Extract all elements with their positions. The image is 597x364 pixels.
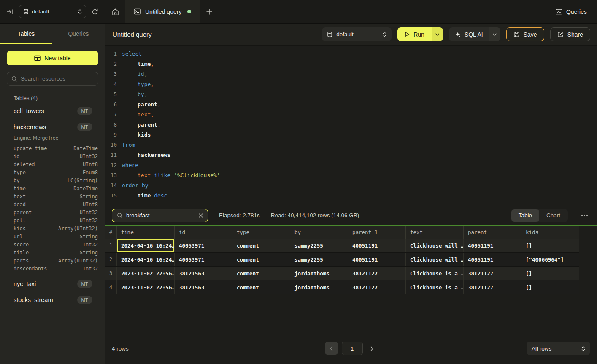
table-column-row[interactable]: timeDateTime (0, 184, 105, 192)
code-line[interactable]: 3id, (105, 69, 597, 79)
code-line[interactable]: 15time desc (105, 191, 597, 201)
share-button[interactable]: Share (550, 27, 590, 41)
new-tab-button[interactable] (200, 0, 219, 23)
table-column-row[interactable]: typeEnum8 (0, 168, 105, 176)
table-cell[interactable]: Clickhouse will … (406, 253, 464, 266)
table-column-row[interactable]: pollUInt32 (0, 216, 105, 224)
next-page-button[interactable] (367, 342, 378, 355)
table-cell[interactable]: 38121563 (175, 267, 232, 280)
toolbar-database-selector[interactable]: default (322, 27, 392, 41)
prev-page-button[interactable] (325, 342, 338, 355)
column-header[interactable]: text (406, 226, 464, 239)
sidebar-table-item[interactable]: nyc_taxiMT (0, 276, 105, 292)
code-line[interactable]: 12where (105, 160, 597, 170)
sidebar-table-item[interactable]: hackernewsMT (0, 119, 105, 135)
view-toggle-table[interactable]: Table (511, 209, 539, 222)
table-cell[interactable]: jordanthoms (290, 280, 348, 294)
table-cell[interactable]: 38121127 (464, 280, 521, 294)
code-line[interactable]: 5by, (105, 89, 597, 100)
table-cell[interactable]: ["40066964"] (521, 253, 579, 266)
table-cell[interactable]: sammy2255 (290, 253, 348, 266)
column-header[interactable]: # (105, 226, 117, 239)
table-column-row[interactable]: deadUInt8 (0, 200, 105, 208)
column-header[interactable]: type (232, 226, 290, 239)
code-line[interactable]: 4type, (105, 79, 597, 89)
column-header[interactable]: kids (521, 226, 579, 239)
results-menu-icon[interactable] (579, 215, 590, 216)
sql-ai-options-button[interactable] (489, 27, 500, 41)
new-table-button[interactable]: New table (7, 51, 98, 65)
queries-button[interactable]: Queries (556, 8, 587, 15)
table-cell[interactable]: [] (521, 280, 579, 294)
page-size-selector[interactable]: All rows (527, 342, 590, 355)
table-column-row[interactable]: partsArray(UInt32) (0, 256, 105, 264)
clear-search-icon[interactable] (199, 213, 203, 218)
run-options-button[interactable] (432, 27, 443, 41)
save-button[interactable]: Save (506, 27, 544, 41)
home-tab[interactable] (105, 0, 125, 23)
sql-editor[interactable]: 1select2time,3id,4type,5by,6parent,7text… (105, 46, 597, 206)
sidebar-search-input[interactable] (21, 75, 94, 82)
table-cell[interactable]: [] (521, 267, 579, 280)
table-column-row[interactable]: descendantsInt32 (0, 264, 105, 272)
sql-ai-button[interactable]: SQL AI (449, 27, 489, 41)
table-cell[interactable]: comment (232, 239, 290, 252)
column-header[interactable]: time (117, 226, 175, 239)
column-header[interactable]: id (175, 226, 232, 239)
results-search[interactable] (112, 209, 208, 222)
table-column-row[interactable]: idUInt32 (0, 152, 105, 160)
table-column-row[interactable]: scoreInt32 (0, 240, 105, 248)
table-column-row[interactable]: titleString (0, 248, 105, 256)
view-toggle-chart[interactable]: Chart (539, 209, 567, 222)
table-cell[interactable]: 40051191 (348, 253, 406, 266)
code-line[interactable]: 13text ilike '%ClickHouse%' (105, 170, 597, 181)
code-line[interactable]: 10from (105, 140, 597, 150)
table-column-row[interactable]: urlString (0, 232, 105, 240)
code-line[interactable]: 8parent, (105, 120, 597, 130)
table-cell[interactable]: sammy2255 (290, 239, 348, 252)
table-column-row[interactable]: byLC(String) (0, 176, 105, 184)
table-cell[interactable]: comment (232, 280, 290, 294)
sidebar-tab-tables[interactable]: Tables (0, 24, 52, 44)
table-cell[interactable]: 2024-04-16 16:24… (117, 239, 175, 252)
refresh-icon[interactable] (92, 8, 98, 15)
table-column-row[interactable]: kidsArray(UInt32) (0, 224, 105, 232)
table-cell[interactable]: 38121127 (348, 280, 406, 294)
table-cell[interactable]: 40051191 (464, 253, 521, 266)
table-cell[interactable]: 38121127 (464, 267, 521, 280)
table-cell[interactable]: Clickhouse is a … (406, 280, 464, 294)
code-line[interactable]: 11hackernews (105, 150, 597, 160)
table-cell[interactable]: comment (232, 253, 290, 266)
table-cell[interactable]: 2023-11-02 22:56… (117, 280, 175, 294)
code-line[interactable]: 7text, (105, 110, 597, 120)
table-cell[interactable]: 40053971 (175, 253, 232, 266)
code-line[interactable]: 1select (105, 49, 597, 59)
column-header[interactable]: parent_1 (348, 226, 406, 239)
column-header[interactable]: parent (464, 226, 521, 239)
table-cell[interactable]: Clickhouse will … (406, 239, 464, 252)
table-cell[interactable]: 40051191 (464, 239, 521, 252)
table-cell[interactable]: 38121127 (348, 267, 406, 280)
sidebar-tab-queries[interactable]: Queries (52, 24, 105, 44)
table-column-row[interactable]: textString (0, 192, 105, 200)
table-cell[interactable]: Clickhouse is a … (406, 267, 464, 280)
table-cell[interactable]: 2024-04-16 16:24… (117, 253, 175, 266)
table-cell[interactable]: 40053971 (175, 239, 232, 252)
table-column-row[interactable]: parentUInt32 (0, 208, 105, 216)
sidebar-table-item[interactable]: stocks_streamMT (0, 292, 105, 308)
table-cell[interactable]: 40051191 (348, 239, 406, 252)
code-line[interactable]: 2time, (105, 59, 597, 69)
table-column-row[interactable]: deletedUInt8 (0, 160, 105, 168)
database-selector[interactable]: default (19, 5, 86, 18)
table-cell[interactable]: 38121563 (175, 280, 232, 294)
query-tab[interactable]: Untitled query (125, 0, 200, 23)
page-number-input[interactable]: 1 (342, 342, 363, 355)
collapse-sidebar-icon[interactable] (7, 9, 14, 15)
table-column-row[interactable]: update_timeDateTime (0, 144, 105, 152)
table-cell[interactable]: jordanthoms (290, 267, 348, 280)
results-search-input[interactable] (126, 212, 195, 218)
code-line[interactable]: 9kids (105, 130, 597, 140)
table-cell[interactable]: comment (232, 267, 290, 280)
code-line[interactable]: 6parent, (105, 100, 597, 110)
table-cell[interactable]: 2023-11-02 22:56… (117, 267, 175, 280)
